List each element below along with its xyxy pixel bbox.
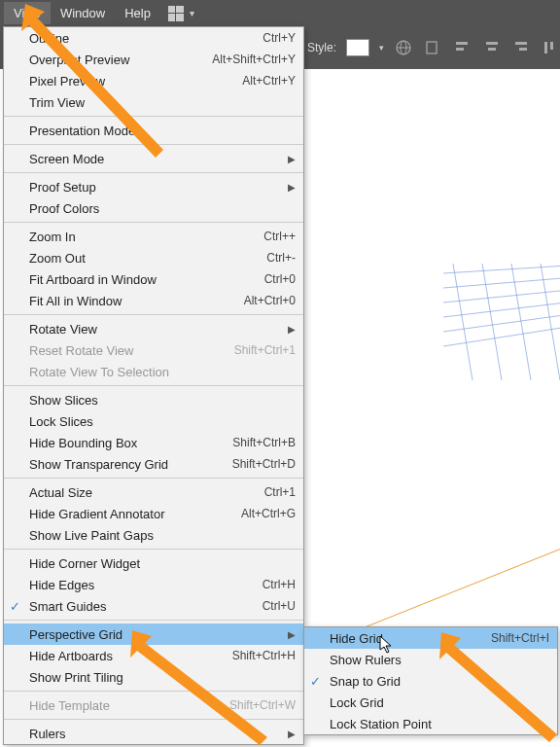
submenu-snap-to-grid[interactable]: ✓Snap to Grid — [304, 670, 557, 692]
svg-line-15 — [443, 299, 560, 317]
menu-proof-setup[interactable]: Proof Setup▶ — [4, 176, 303, 197]
separator — [4, 385, 303, 386]
menu-label: Reset Rotate View — [29, 343, 133, 358]
menu-label: Rulers — [29, 727, 66, 741]
menu-show-slices[interactable]: Show Slices — [4, 389, 303, 410]
menu-label: Proof Colors — [29, 201, 99, 216]
menu-hide-artboards[interactable]: Hide ArtboardsShift+Ctrl+H — [4, 645, 303, 666]
menu-perspective-grid[interactable]: Perspective Grid▶ — [4, 623, 303, 645]
menubar-window[interactable]: Window — [51, 2, 115, 24]
menu-show-print-tiling[interactable]: Show Print Tiling — [4, 666, 303, 688]
menu-reset-rotate-view: Reset Rotate ViewShift+Ctrl+1 — [4, 339, 303, 361]
menu-shortcut: Alt+Shift+Ctrl+Y — [212, 53, 296, 66]
submenu-arrow-icon: ▶ — [282, 182, 296, 193]
svg-rect-11 — [550, 42, 553, 50]
menu-label: Show Transparency Grid — [29, 457, 168, 472]
menu-fit-artboard[interactable]: Fit Artboard in WindowCtrl+0 — [4, 268, 303, 290]
svg-rect-4 — [456, 42, 468, 45]
svg-rect-5 — [456, 48, 464, 51]
layout-grid-icon — [168, 6, 184, 21]
svg-line-16 — [443, 310, 560, 332]
align-icon-1[interactable] — [452, 37, 472, 58]
align-icon-4[interactable] — [541, 37, 560, 58]
menu-show-live-paint-gaps[interactable]: Show Live Paint Gaps — [4, 524, 303, 546]
globe-icon[interactable] — [394, 37, 413, 58]
menubar-layout-icons[interactable]: ▾ — [168, 6, 194, 21]
menu-shortcut: Ctrl+Y — [262, 31, 296, 45]
menu-shortcut: Ctrl+1 — [264, 485, 296, 499]
menu-smart-guides[interactable]: ✓Smart GuidesCtrl+U — [4, 595, 303, 617]
menu-label: Lock Grid — [330, 695, 384, 710]
menu-rotate-view[interactable]: Rotate View▶ — [4, 318, 303, 339]
svg-rect-7 — [488, 48, 496, 51]
menu-pixel-preview[interactable]: Pixel PreviewAlt+Ctrl+Y — [4, 70, 303, 91]
menu-presentation-mode[interactable]: Presentation Mode — [4, 120, 303, 141]
document-setup-icon[interactable] — [423, 37, 442, 58]
submenu-lock-grid[interactable]: Lock Grid — [304, 692, 557, 713]
align-icon-3[interactable] — [511, 37, 531, 58]
align-icon-2[interactable] — [482, 37, 502, 58]
separator — [4, 222, 303, 223]
menu-shortcut: Ctrl+U — [262, 599, 296, 613]
chevron-down-icon[interactable]: ▾ — [379, 43, 384, 53]
submenu-show-rulers[interactable]: Show Rulers — [304, 649, 557, 670]
menu-label: Actual Size — [29, 485, 92, 500]
menubar-view[interactable]: View — [4, 2, 51, 24]
menu-label: Hide Grid — [330, 631, 383, 646]
menu-shortcut: Shift+Ctrl+W — [229, 698, 296, 712]
svg-line-19 — [482, 264, 502, 380]
separator — [4, 116, 303, 117]
menu-label: Screen Mode — [29, 152, 104, 166]
cursor-icon — [379, 635, 395, 658]
svg-rect-8 — [515, 42, 527, 45]
style-swatch[interactable] — [346, 39, 369, 56]
menu-fit-all[interactable]: Fit All in WindowAlt+Ctrl+0 — [4, 290, 303, 311]
menu-hide-gradient-annotator[interactable]: Hide Gradient AnnotatorAlt+Ctrl+G — [4, 503, 303, 524]
menu-zoom-in[interactable]: Zoom InCtrl++ — [4, 226, 303, 247]
menu-screen-mode[interactable]: Screen Mode▶ — [4, 148, 303, 169]
menu-shortcut: Shift+Ctrl+H — [232, 649, 296, 662]
menu-overprint-preview[interactable]: Overprint PreviewAlt+Shift+Ctrl+Y — [4, 49, 303, 70]
menu-label: Lock Slices — [29, 414, 93, 429]
menu-label: Outline — [29, 31, 69, 46]
menu-rulers[interactable]: Rulers▶ — [4, 723, 303, 744]
menu-shortcut: Shift+Ctrl+I — [491, 631, 549, 645]
submenu-lock-station-point[interactable]: Lock Station Point — [304, 713, 557, 734]
svg-line-13 — [443, 275, 560, 288]
submenu-hide-grid[interactable]: Hide GridShift+Ctrl+I — [304, 627, 557, 649]
menu-rotate-to-selection: Rotate View To Selection — [4, 361, 303, 382]
view-menu-dropdown: OutlineCtrl+Y Overprint PreviewAlt+Shift… — [3, 26, 304, 745]
menu-label: Hide Gradient Annotator — [29, 507, 164, 521]
menu-hide-edges[interactable]: Hide EdgesCtrl+H — [4, 574, 303, 595]
menu-shortcut: Alt+Ctrl+0 — [244, 294, 296, 307]
perspective-grid-submenu: Hide GridShift+Ctrl+I Show Rulers ✓Snap … — [303, 626, 558, 735]
menu-show-transparency-grid[interactable]: Show Transparency GridShift+Ctrl+D — [4, 453, 303, 475]
menu-zoom-out[interactable]: Zoom OutCtrl+- — [4, 247, 303, 268]
menu-hide-corner-widget[interactable]: Hide Corner Widget — [4, 552, 303, 574]
menu-label: Hide Artboards — [29, 649, 113, 663]
menu-label: Lock Station Point — [330, 717, 432, 731]
menu-actual-size[interactable]: Actual SizeCtrl+1 — [4, 481, 303, 503]
submenu-arrow-icon: ▶ — [282, 729, 296, 739]
menu-label: Show Slices — [29, 393, 98, 408]
menu-hide-bounding-box[interactable]: Hide Bounding BoxShift+Ctrl+B — [4, 432, 303, 453]
menu-label: Fit All in Window — [29, 294, 122, 308]
menu-label: Hide Corner Widget — [29, 556, 140, 571]
menu-lock-slices[interactable]: Lock Slices — [4, 410, 303, 432]
menu-trim-view[interactable]: Trim View — [4, 91, 303, 113]
menu-label: Rotate View — [29, 322, 97, 337]
svg-line-17 — [443, 322, 560, 346]
menu-shortcut: Ctrl+0 — [264, 272, 296, 286]
perspective-grid-lines — [443, 264, 560, 380]
menu-outline[interactable]: OutlineCtrl+Y — [4, 27, 303, 49]
svg-line-21 — [541, 264, 560, 380]
submenu-arrow-icon: ▶ — [282, 629, 296, 640]
check-icon: ✓ — [310, 674, 321, 689]
menu-shortcut: Ctrl++ — [263, 230, 296, 243]
svg-rect-10 — [544, 42, 547, 53]
style-label: Style: — [307, 41, 336, 54]
menubar-help[interactable]: Help — [115, 2, 160, 24]
menubar: View Window Help ▾ — [0, 0, 560, 26]
submenu-arrow-icon: ▶ — [282, 154, 296, 164]
menu-proof-colors[interactable]: Proof Colors — [4, 197, 303, 219]
